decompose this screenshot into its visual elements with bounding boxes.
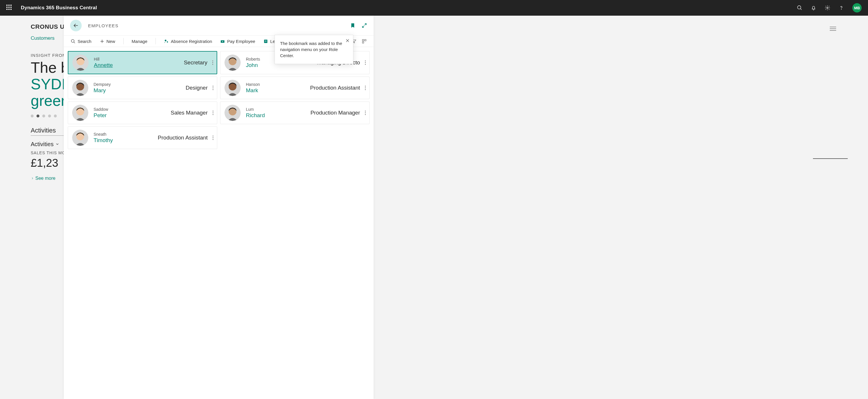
product-title: Dynamics 365 Business Central — [21, 5, 97, 11]
employee-photo — [72, 80, 88, 96]
divider — [123, 38, 124, 45]
absence-registration-action[interactable]: Absence Registration — [164, 39, 212, 44]
svg-point-7 — [71, 39, 74, 42]
back-button[interactable] — [70, 20, 82, 31]
employee-card[interactable]: Saddow Peter Sales Manager — [68, 102, 217, 124]
layout-icon[interactable] — [362, 39, 367, 44]
search-icon[interactable] — [797, 5, 803, 11]
employee-names: Hill Annette — [94, 57, 126, 68]
app-launcher-icon[interactable] — [6, 5, 13, 11]
employee-names: Sneath Timothy — [94, 132, 125, 144]
svg-rect-20 — [365, 39, 366, 41]
employee-names: Dempsey Mary — [94, 82, 125, 94]
manage-label: Manage — [132, 39, 147, 44]
absence-label: Absence Registration — [171, 39, 212, 44]
card-more-icon[interactable] — [213, 86, 213, 90]
svg-line-6 — [362, 26, 364, 28]
employee-lastname: Lum — [246, 107, 278, 112]
svg-point-14 — [222, 41, 223, 42]
employee-lastname: Hanson — [246, 82, 278, 87]
toolbar-view-controls — [351, 39, 367, 44]
absence-icon — [164, 39, 169, 44]
pay-icon — [220, 39, 225, 44]
new-action[interactable]: New — [100, 39, 115, 44]
employee-names: Lum Richard — [246, 107, 278, 119]
search-action[interactable]: Search — [71, 39, 92, 44]
employee-role: Production Assistant — [158, 135, 208, 141]
user-avatar[interactable]: MB — [852, 3, 862, 12]
employee-role: Designer — [186, 85, 208, 91]
chevron-down-icon — [55, 142, 59, 146]
pay-employee-action[interactable]: Pay Employee — [220, 39, 255, 44]
pay-label: Pay Employee — [227, 39, 255, 44]
svg-point-0 — [798, 6, 801, 9]
employee-card[interactable]: Hanson Mark Production Assistant — [220, 77, 370, 99]
card-more-icon[interactable] — [365, 61, 366, 65]
page-body: CRONUS U Customers INSIGHT FROM L The b … — [0, 16, 868, 399]
card-more-icon[interactable] — [212, 61, 213, 65]
employee-firstname-link[interactable]: Timothy — [94, 137, 125, 144]
svg-rect-15 — [264, 39, 267, 42]
employee-firstname-link[interactable]: Mark — [246, 87, 278, 94]
arrow-left-icon — [73, 23, 79, 28]
manage-action[interactable]: Manage — [132, 39, 147, 44]
bell-icon[interactable] — [811, 5, 816, 11]
employee-role: Secretary — [184, 59, 207, 66]
search-label: Search — [78, 39, 92, 44]
employee-photo — [224, 55, 241, 71]
bookmark-icon[interactable] — [350, 23, 355, 28]
close-button[interactable] — [345, 38, 349, 44]
employee-firstname-link[interactable]: Peter — [94, 112, 125, 119]
employee-firstname-link[interactable]: Mary — [94, 87, 125, 94]
svg-rect-21 — [362, 41, 364, 43]
ledger-icon — [263, 39, 268, 44]
callout-text: The bookmark was added to the navigation… — [280, 40, 344, 59]
search-icon — [71, 39, 75, 44]
svg-rect-19 — [362, 39, 364, 41]
employee-role: Production Manager — [310, 110, 360, 116]
card-more-icon[interactable] — [365, 86, 366, 90]
employee-lastname: Dempsey — [94, 82, 125, 87]
card-more-icon[interactable] — [213, 136, 213, 140]
expand-icon[interactable] — [362, 23, 367, 28]
employees-panel: EMPLOYEES Search New Manage Absence — [64, 16, 374, 399]
employee-names: Roberts John — [246, 57, 278, 68]
svg-point-11 — [165, 39, 166, 41]
svg-point-12 — [167, 41, 168, 42]
employee-photo — [72, 130, 88, 146]
help-icon[interactable] — [838, 5, 844, 11]
panel-header: EMPLOYEES — [64, 16, 374, 35]
employee-lastname: Saddow — [94, 107, 125, 112]
plus-icon — [100, 39, 104, 44]
employee-firstname-link[interactable]: Annette — [94, 62, 126, 68]
employee-lastname: Sneath — [94, 132, 125, 137]
employee-firstname-link[interactable]: Richard — [246, 112, 278, 119]
chevron-right-icon — [31, 177, 34, 180]
topbar-left: Dynamics 365 Business Central — [6, 5, 97, 11]
gear-icon[interactable] — [825, 5, 830, 11]
card-more-icon[interactable] — [213, 111, 213, 115]
new-label: New — [106, 39, 115, 44]
panel-title: EMPLOYEES — [88, 23, 119, 28]
bookmark-callout: The bookmark was added to the navigation… — [275, 35, 353, 64]
employee-card[interactable]: Sneath Timothy Production Assistant — [68, 126, 217, 149]
employee-photo — [224, 80, 241, 96]
divider — [813, 158, 848, 159]
topbar-right: MB — [797, 3, 862, 12]
employee-lastname: Hill — [94, 57, 126, 61]
menu-icon[interactable] — [830, 26, 836, 32]
employee-lastname: Roberts — [246, 57, 278, 61]
svg-line-5 — [365, 24, 366, 25]
employee-firstname-link[interactable]: John — [246, 62, 278, 68]
employee-card[interactable]: Dempsey Mary Designer — [68, 77, 217, 99]
employee-role: Sales Manager — [170, 110, 208, 116]
svg-line-1 — [801, 9, 802, 10]
employee-photo — [72, 105, 88, 121]
employee-card[interactable]: Lum Richard Production Manager — [220, 102, 370, 124]
topbar: Dynamics 365 Business Central MB — [0, 0, 868, 16]
card-more-icon[interactable] — [365, 111, 366, 115]
employee-names: Saddow Peter — [94, 107, 125, 119]
activities-group-label: Activities — [31, 141, 54, 148]
employee-card[interactable]: Hill Annette Secretary — [68, 51, 217, 74]
svg-point-2 — [827, 7, 828, 9]
